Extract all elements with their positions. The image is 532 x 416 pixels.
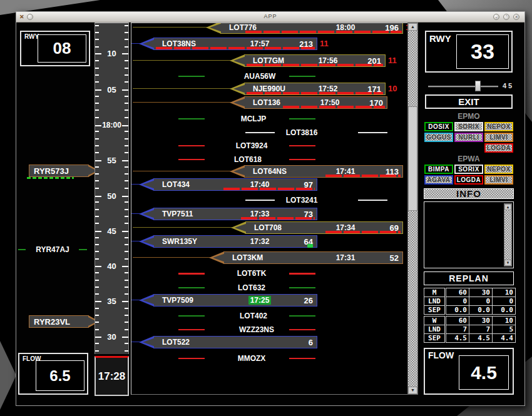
departure-tag-callsign[interactable]: RYR47AJ — [36, 245, 69, 254]
left-flow-value: 6.5 — [36, 360, 84, 391]
ruler-minor-tick — [95, 60, 99, 61]
waypoint-button-limvi[interactable]: LIMVI — [484, 175, 513, 185]
flight-strip-row: NJE990U17:5217110 — [131, 83, 407, 95]
flight-label-row[interactable]: LOT6TK — [131, 267, 407, 280]
waypoint-button-gogus[interactable]: GOGUS — [424, 133, 453, 142]
waypoint-grid-epmo: DOSIXSORIXNEPOXGOGUSNURLILIMVILOGDA — [424, 122, 513, 153]
ruler-minor-tick — [125, 293, 128, 295]
flight-callsign: MMOZX — [238, 354, 266, 363]
delay-bar — [223, 188, 315, 190]
replan-cell: 0 — [446, 297, 469, 306]
info-scroll-down-icon[interactable]: ▼ — [504, 260, 511, 266]
flight-strip-row: LOT3KM17:3152 — [131, 251, 407, 264]
info-scroll-up-icon[interactable]: ▲ — [504, 204, 511, 210]
flight-timeline-area: LOT77618:0019615LOT38NS17:5721311LOT7GM1… — [131, 23, 407, 395]
departure-tag-strip[interactable]: RYR573J — [29, 165, 89, 177]
leader-line — [133, 171, 231, 171]
ruler-minor-tick — [95, 46, 99, 48]
ruler-minor-tick — [125, 223, 128, 224]
replan-cell: 0.0 — [493, 306, 516, 315]
flight-label-row[interactable]: LOT632 — [131, 282, 407, 294]
replan-row-header: SEP — [424, 306, 446, 315]
ruler-minor-tick — [95, 209, 99, 210]
waypoint-button-nurli[interactable]: NURLI — [454, 133, 483, 142]
replan-header-label: REPLAN — [449, 273, 489, 283]
replan-cell: 4.5 — [446, 334, 469, 343]
flight-strip[interactable]: LOT5226 — [153, 336, 317, 348]
waypoint-button-logda[interactable]: LOGDA — [484, 143, 513, 153]
flight-label-row[interactable]: LOT402 — [131, 310, 407, 322]
flight-dash — [178, 145, 205, 146]
flight-callsign: LOT708 — [254, 223, 326, 232]
replan-cell: 60 — [446, 317, 469, 325]
minimize-icon[interactable]: ⌄ — [493, 14, 499, 20]
flight-label-row[interactable]: MMOZX — [131, 352, 407, 365]
main-scrollbar[interactable]: ▲ ▼ — [407, 23, 418, 395]
flight-dash — [178, 118, 205, 119]
ruler-minor-tick — [95, 25, 99, 26]
ruler-minor-tick — [125, 68, 128, 69]
ruler-minor-tick — [125, 322, 128, 323]
info-header[interactable]: INFO — [424, 188, 514, 199]
scrollbar-thumb[interactable] — [408, 106, 417, 211]
scroll-down-icon[interactable]: ▼ — [408, 387, 417, 394]
right-rwy-label: RWY — [429, 33, 451, 44]
ruler-minor-tick — [95, 96, 99, 97]
exit-button[interactable]: EXIT — [425, 94, 513, 109]
ruler-minor-tick — [125, 201, 128, 203]
flight-strip-row: LOT64NS17:41113 — [131, 165, 407, 178]
waypoint-button-nepox[interactable]: NEPOX — [484, 165, 513, 174]
departure-tag-strip[interactable]: RYR23VL — [29, 315, 89, 328]
flight-label-row[interactable]: AUA56W — [131, 70, 407, 83]
info-scrollbar[interactable]: ▲ ▼ — [504, 203, 512, 266]
app-window: ✕ APP ⌄ ⌃ ✕ RWY 08 RYR573JRYR47AJRYR23VL… — [16, 11, 525, 406]
flight-strip[interactable]: LOT3KM17:3152 — [223, 251, 403, 264]
ruler-label: 10 — [95, 49, 128, 58]
flight-time: 17:32 — [240, 237, 279, 246]
flight-label-row[interactable]: WZZ23NS — [131, 323, 407, 336]
ruler-minor-tick — [125, 308, 128, 309]
flow-slider-thumb[interactable] — [475, 81, 481, 91]
flight-strip-row: TVP751117:3373 — [131, 208, 407, 220]
ruler-minor-tick — [125, 343, 128, 344]
scroll-up-icon[interactable]: ▲ — [408, 23, 417, 31]
flight-strip[interactable]: SWR135Y17:3264 — [153, 235, 317, 248]
waypoint-button-logda[interactable]: LOGDA — [454, 175, 483, 185]
waypoint-button-sorix[interactable]: SORIX — [454, 165, 483, 174]
waypoint-button-sorix[interactable]: SORIX — [454, 122, 483, 131]
waypoint-button-agava[interactable]: AGAVA — [424, 175, 453, 185]
delay-bar — [325, 231, 401, 233]
flight-strip-row: LOT77618:0019615 — [131, 23, 407, 34]
flight-label-row[interactable]: LOT618 — [131, 153, 407, 166]
group-label-epwa: EPWA — [424, 155, 514, 163]
ruler-minor-tick — [95, 131, 99, 132]
waypoint-button-bimpa[interactable]: BIMPA — [424, 165, 453, 174]
flight-callsign: LOT3924 — [236, 141, 268, 150]
flight-dash — [178, 287, 205, 288]
flow-slider-track[interactable] — [428, 86, 498, 87]
waypoint-button-nepox[interactable]: NEPOX — [484, 122, 513, 131]
replan-row-header: W — [424, 317, 446, 325]
ruler-minor-tick — [125, 131, 128, 132]
flight-callsign: LOT522 — [162, 338, 240, 347]
flight-label-row[interactable]: MCLJP — [131, 113, 407, 125]
flight-label-row[interactable]: LOT3241 — [131, 194, 407, 206]
close-icon[interactable]: ✕ — [513, 14, 519, 20]
ruler-minor-tick — [95, 223, 99, 224]
ruler-minor-tick — [95, 201, 99, 203]
right-flow-box: FLOW 4.5 — [424, 348, 514, 395]
ruler-minor-tick — [125, 60, 128, 61]
flight-dash — [289, 315, 315, 317]
leader-line — [131, 300, 140, 300]
flight-label-row[interactable]: LOT3816 — [131, 126, 407, 139]
maximize-icon[interactable]: ⌃ — [503, 14, 509, 20]
flight-label-row[interactable]: LOT3924 — [131, 140, 407, 152]
waypoint-button-limvi[interactable]: LIMVI — [484, 133, 513, 142]
flight-dash — [289, 159, 315, 160]
delay-bar — [241, 217, 315, 220]
ruler-minor-tick — [95, 39, 99, 40]
flight-callsign: TVP7509 — [162, 296, 240, 305]
waypoint-button-dosix[interactable]: DOSIX — [424, 122, 453, 131]
flight-strip[interactable]: TVP750917:2526 — [153, 294, 317, 307]
ruler-label: 55 — [95, 156, 128, 165]
